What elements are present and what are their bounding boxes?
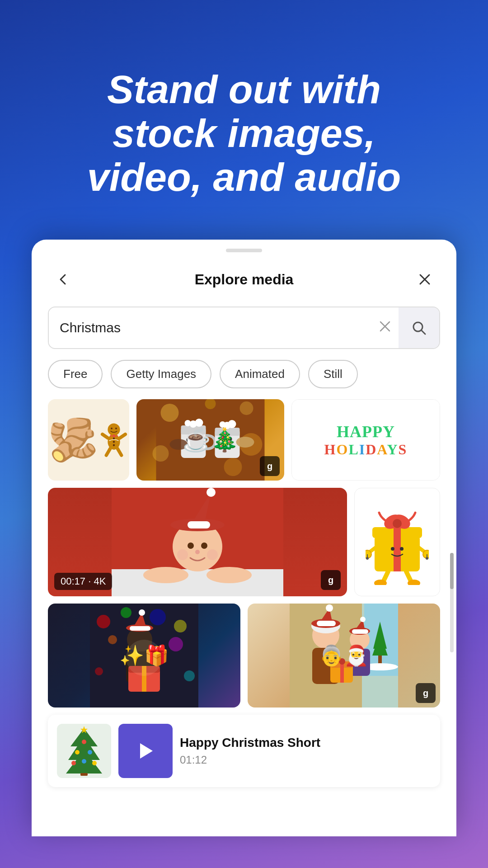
svg-point-2: [111, 428, 113, 429]
svg-point-93: [126, 640, 162, 676]
svg-point-121: [75, 750, 80, 755]
scrollbar[interactable]: [450, 553, 454, 652]
getty-badge-3: g: [416, 683, 436, 703]
search-submit-button[interactable]: [399, 307, 439, 348]
svg-rect-26: [215, 429, 240, 458]
svg-point-37: [236, 437, 254, 448]
explore-media-modal: Explore media Christmas Free Getty Image…: [32, 240, 456, 836]
svg-point-1: [108, 424, 120, 436]
media-row-1: 🫚: [48, 399, 440, 481]
svg-rect-107: [317, 621, 336, 626]
svg-point-34: [228, 420, 236, 428]
modal-title: Explore media: [195, 271, 294, 288]
svg-point-17: [240, 401, 253, 415]
svg-rect-116: [330, 661, 353, 668]
svg-point-66: [366, 550, 371, 558]
svg-point-77: [121, 607, 131, 618]
search-input[interactable]: Christmas: [49, 310, 371, 345]
svg-point-25: [194, 438, 198, 442]
svg-point-45: [188, 542, 194, 549]
media-row-3: g: [48, 604, 440, 708]
svg-rect-39: [112, 569, 283, 596]
svg-rect-52: [152, 570, 179, 580]
christmas-tree-svg: [64, 726, 104, 776]
svg-point-124: [92, 761, 97, 765]
svg-rect-27: [215, 428, 240, 436]
hero-title: Stand out with stock images, video, and …: [27, 32, 461, 222]
svg-rect-113: [352, 629, 368, 634]
svg-point-82: [184, 670, 195, 681]
svg-point-6: [113, 441, 115, 443]
filter-free[interactable]: Free: [48, 360, 103, 388]
media-item-grandma-child[interactable]: g: [248, 604, 440, 708]
search-bar: Christmas: [48, 307, 440, 349]
modal-handle: [226, 249, 262, 252]
svg-point-81: [169, 637, 183, 651]
media-row-4-audio: Happy Christmas Short 01:12: [48, 715, 440, 787]
svg-rect-22: [181, 426, 206, 458]
svg-line-9: [120, 434, 126, 438]
svg-point-74: [400, 547, 404, 551]
svg-point-36: [170, 439, 188, 450]
audio-info: Happy Christmas Short 01:12: [180, 736, 431, 766]
svg-point-49: [207, 549, 218, 560]
filter-still[interactable]: Still: [308, 360, 358, 388]
svg-point-80: [108, 635, 117, 644]
svg-point-68: [366, 557, 369, 560]
video-duration-badge: 00:17 · 4K: [54, 573, 112, 590]
svg-point-76: [97, 615, 110, 628]
grandma-child-image: [248, 604, 440, 708]
svg-point-123: [71, 761, 76, 765]
media-item-hot-cocoa[interactable]: g: [136, 399, 284, 481]
filter-animated[interactable]: Animated: [220, 360, 300, 388]
audio-thumbnail-tree[interactable]: [57, 724, 111, 778]
play-icon: [136, 741, 155, 761]
search-clear-button[interactable]: [371, 316, 399, 340]
svg-rect-56: [394, 535, 401, 571]
media-grid: 🫚: [32, 399, 456, 787]
media-item-gingerbread[interactable]: 🫚: [48, 399, 129, 481]
getty-badge-1: g: [260, 456, 280, 476]
media-item-happy-holidays[interactable]: HAPPY HOLIDAYS: [291, 399, 440, 481]
svg-line-11: [117, 449, 122, 456]
close-button[interactable]: [411, 266, 438, 293]
svg-point-120: [82, 740, 86, 744]
audio-duration: 01:12: [180, 754, 431, 766]
audio-play-button[interactable]: [118, 724, 173, 778]
svg-rect-127: [80, 773, 88, 776]
svg-point-21: [224, 458, 242, 476]
svg-point-5: [113, 438, 115, 439]
svg-point-16: [161, 404, 179, 422]
svg-point-125: [82, 759, 86, 764]
svg-point-29: [228, 437, 232, 441]
svg-point-79: [174, 620, 187, 632]
svg-line-10: [106, 449, 110, 456]
svg-point-3: [115, 428, 117, 429]
svg-point-32: [185, 420, 191, 426]
filter-getty[interactable]: Getty Images: [111, 360, 211, 388]
media-item-baby-video[interactable]: 00:17 · 4K g: [48, 488, 347, 596]
happy-holidays-image: HAPPY HOLIDAYS: [292, 400, 440, 480]
svg-point-7: [113, 444, 115, 446]
getty-badge-2: g: [321, 570, 341, 590]
svg-rect-53: [216, 570, 243, 580]
svg-point-14: [113, 435, 115, 438]
svg-rect-117: [340, 661, 344, 683]
media-item-gift-sticker[interactable]: [354, 488, 440, 596]
svg-point-87: [139, 609, 145, 616]
media-item-child-gift[interactable]: [48, 604, 240, 708]
audio-title: Happy Christmas Short: [180, 736, 431, 750]
child-gift-image: [48, 604, 240, 708]
svg-line-8: [103, 434, 108, 438]
svg-point-46: [201, 542, 207, 549]
svg-marker-119: [66, 728, 102, 774]
svg-point-24: [187, 438, 191, 442]
svg-point-73: [391, 547, 394, 551]
gingerbread-svg: [99, 410, 129, 469]
svg-rect-43: [188, 521, 210, 528]
back-button[interactable]: [50, 266, 77, 293]
scrollbar-thumb: [450, 553, 454, 589]
svg-point-47: [195, 550, 200, 554]
filter-row: Free Getty Images Animated Still: [32, 360, 456, 399]
svg-marker-128: [140, 743, 153, 759]
